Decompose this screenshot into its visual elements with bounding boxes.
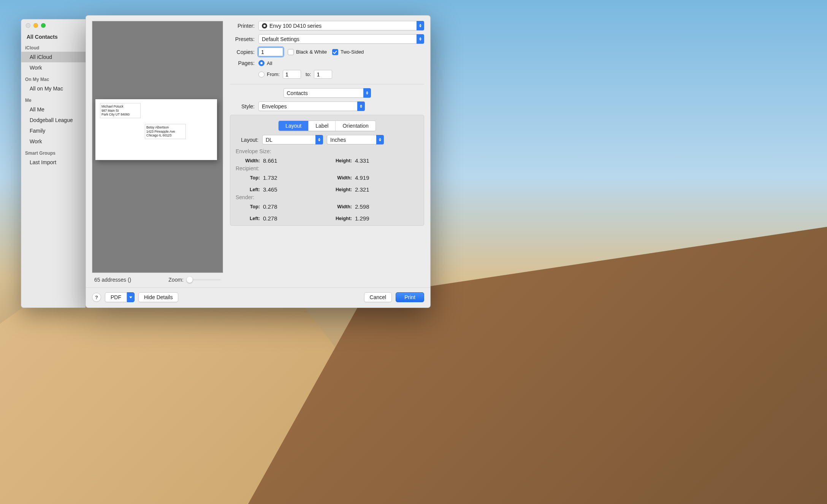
address-count: 65 addresses ()	[94, 277, 131, 283]
sidebar-item-family[interactable]: Family	[21, 125, 86, 136]
recipient-heading: Recipient:	[236, 165, 418, 171]
pdf-label: PDF	[105, 292, 127, 302]
maximize-icon[interactable]	[41, 23, 46, 28]
chevron-updown-icon	[376, 135, 384, 144]
section-select[interactable]: Contacts	[284, 88, 371, 98]
env-height-label: Height:	[328, 158, 355, 163]
dialog-footer: ? PDF Hide Details Cancel Print	[86, 287, 430, 307]
env-height-value: 4.331	[355, 157, 382, 164]
tab-layout[interactable]: Layout	[279, 121, 309, 131]
chevron-updown-icon	[417, 21, 424, 30]
tab-orientation[interactable]: Orientation	[336, 121, 375, 131]
sidebar-item-all-icloud[interactable]: All iCloud	[21, 52, 86, 62]
settings-column: Printer: Envy 100 D410 series Presets: D…	[230, 21, 424, 283]
sender-height-label: Height:	[328, 216, 355, 221]
recip-top-value: 1.732	[263, 174, 297, 181]
zoom-label: Zoom:	[168, 277, 184, 283]
recipient-line2: 1423 Pineapple Ave	[146, 130, 175, 134]
pages-label: Pages:	[230, 60, 258, 66]
chevron-down-icon	[127, 292, 135, 302]
printer-value: Envy 100 D410 series	[269, 23, 322, 29]
env-width-value: 8.661	[263, 157, 297, 164]
pdf-menu[interactable]: PDF	[105, 292, 135, 302]
print-button[interactable]: Print	[396, 292, 424, 302]
print-dialog: Michael Potuck 987 Main St Park City UT …	[86, 15, 431, 308]
sender-width-value: 2.598	[355, 203, 382, 210]
sender-width-label: Width:	[328, 204, 355, 209]
recip-top-label: Top:	[236, 175, 263, 181]
copies-label: Copies:	[230, 49, 258, 55]
preview-canvas: Michael Potuck 987 Main St Park City UT …	[92, 21, 223, 273]
sidebar-item-work-me[interactable]: Work	[21, 136, 86, 147]
presets-value: Default Settings	[262, 36, 299, 42]
sender-left-label: Left:	[236, 216, 263, 221]
recip-width-value: 4.919	[355, 174, 382, 181]
chevron-updown-icon	[417, 34, 424, 44]
preview-column: Michael Potuck 987 Main St Park City UT …	[92, 21, 223, 283]
style-select[interactable]: Envelopes	[258, 101, 365, 111]
sender-left-value: 0.278	[263, 215, 297, 222]
presets-select[interactable]: Default Settings	[258, 34, 424, 44]
sender-line1: Michael Potuck	[101, 105, 130, 109]
recip-height-label: Height:	[328, 187, 355, 192]
minimize-icon[interactable]	[33, 23, 38, 28]
presets-label: Presets:	[230, 36, 258, 42]
pages-all-radio[interactable]	[258, 60, 265, 66]
close-icon[interactable]	[26, 23, 30, 28]
style-tabs: Layout Label Orientation	[278, 120, 376, 131]
black-white-label: Black & White	[296, 49, 327, 55]
sidebar-group-smart: Smart Groups	[21, 147, 86, 157]
separator	[230, 84, 424, 84]
style-value: Envelopes	[262, 103, 287, 109]
env-width-label: Width:	[236, 158, 263, 163]
sidebar-group-me: Me	[21, 94, 86, 104]
pages-from-input[interactable]	[283, 70, 301, 79]
printer-status-icon	[262, 23, 267, 29]
sender-line2: 987 Main St	[101, 109, 130, 113]
hide-details-button[interactable]: Hide Details	[138, 292, 178, 302]
recip-left-label: Left:	[236, 187, 263, 192]
traffic-lights	[21, 19, 86, 32]
pages-range-radio[interactable]	[258, 71, 265, 78]
black-white-checkbox[interactable]	[288, 49, 294, 55]
pages-all-label: All	[267, 60, 272, 66]
recip-height-value: 2.321	[355, 186, 382, 193]
zoom-slider-knob[interactable]	[187, 277, 193, 283]
layout-label: Layout:	[236, 137, 262, 143]
sender-address: Michael Potuck 987 Main St Park City UT …	[100, 103, 141, 118]
sender-heading: Sender:	[236, 194, 418, 200]
chevron-updown-icon	[363, 88, 371, 98]
printer-label: Printer:	[230, 23, 258, 29]
layout-size-value: DL	[266, 137, 272, 143]
sidebar-item-work-icloud[interactable]: Work	[21, 62, 86, 73]
sidebar-group-onmymac: On My Mac	[21, 73, 86, 83]
printer-select[interactable]: Envy 100 D410 series	[258, 21, 424, 30]
sender-top-value: 0.278	[263, 203, 297, 210]
layout-panel: Layout Label Orientation Layout: DL Inch…	[230, 115, 424, 226]
sidebar-item-all-onmymac[interactable]: All on My Mac	[21, 83, 86, 94]
sidebar-item-dodgeball[interactable]: Dodgeball League	[21, 115, 86, 125]
recipient-line3: Chicago IL 60123	[146, 133, 175, 138]
sender-top-label: Top:	[236, 204, 263, 209]
sidebar-item-last-import[interactable]: Last Import	[21, 157, 86, 168]
two-sided-checkbox[interactable]	[332, 49, 338, 55]
help-button[interactable]: ?	[92, 293, 101, 302]
envelope-preview: Michael Potuck 987 Main St Park City UT …	[95, 99, 217, 160]
layout-units-value: Inches	[330, 137, 346, 143]
sidebar-all-contacts[interactable]: All Contacts	[21, 32, 86, 41]
sidebar-group-icloud: iCloud	[21, 41, 86, 52]
recipient-line1: Betsy Albertson	[146, 125, 175, 130]
pages-to-input[interactable]	[314, 70, 332, 79]
contacts-sidebar-window: All Contacts iCloud All iCloud Work On M…	[21, 19, 86, 308]
pages-from-label: From:	[267, 71, 280, 77]
layout-size-select[interactable]: DL	[262, 135, 323, 144]
layout-units-select[interactable]: Inches	[327, 135, 384, 144]
two-sided-label: Two-Sided	[341, 49, 364, 55]
chevron-updown-icon	[357, 101, 365, 111]
sidebar-item-all-me[interactable]: All Me	[21, 104, 86, 115]
zoom-slider[interactable]	[187, 279, 221, 281]
recip-left-value: 3.465	[263, 186, 297, 193]
cancel-button[interactable]: Cancel	[364, 292, 392, 302]
tab-label[interactable]: Label	[309, 121, 336, 131]
copies-input[interactable]	[258, 48, 283, 56]
